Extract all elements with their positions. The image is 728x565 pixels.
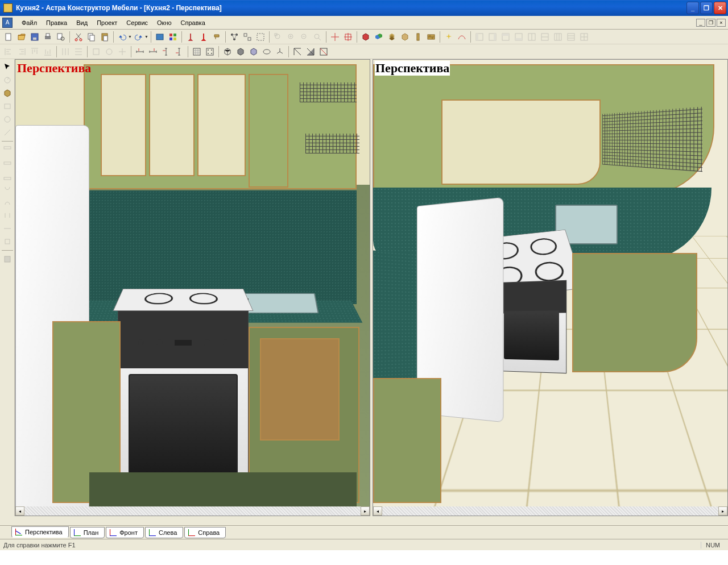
- crosshair-box-icon[interactable]: [342, 31, 354, 43]
- tab-right[interactable]: Справа: [184, 527, 226, 538]
- align-t-icon[interactable]: [28, 45, 41, 58]
- screw-icon[interactable]: [184, 31, 197, 43]
- scroll-right-button[interactable]: ▸: [361, 506, 370, 516]
- undo-dropdown[interactable]: ▼: [128, 35, 132, 39]
- iso-d-icon[interactable]: [260, 45, 273, 58]
- mdi-close-button[interactable]: ×: [717, 19, 726, 27]
- snap-c-icon[interactable]: [116, 45, 129, 58]
- vtool-e-icon[interactable]: [1, 196, 14, 209]
- menu-edit[interactable]: Правка: [42, 18, 72, 28]
- panel-e-icon[interactable]: [526, 31, 538, 43]
- menu-service[interactable]: Сервис: [122, 18, 152, 28]
- tab-plan[interactable]: План: [70, 527, 105, 538]
- iso-e-icon[interactable]: [274, 45, 286, 58]
- vtool-g-icon[interactable]: [1, 222, 14, 235]
- box-layers-icon[interactable]: [386, 31, 398, 43]
- pointer-icon[interactable]: [1, 61, 14, 73]
- close-button[interactable]: ✕: [714, 2, 726, 14]
- vtool-i-icon[interactable]: [1, 253, 14, 265]
- redo-dropdown[interactable]: ▼: [144, 35, 148, 39]
- redo-icon[interactable]: [133, 31, 145, 43]
- dim-b-icon[interactable]: [147, 45, 159, 58]
- viewport-right-scrollbar[interactable]: ◂ ▸: [373, 506, 727, 516]
- shade-b-icon[interactable]: [304, 45, 317, 58]
- screw-red-icon[interactable]: [197, 31, 210, 43]
- panel-c-icon[interactable]: [499, 31, 512, 43]
- dim-c-icon[interactable]: [160, 45, 172, 58]
- iso-c-icon[interactable]: [247, 45, 260, 58]
- align-r-icon[interactable]: [15, 45, 28, 58]
- crosshair-icon[interactable]: [329, 31, 341, 43]
- scroll-left-button[interactable]: ◂: [373, 506, 382, 516]
- regroup-icon[interactable]: [254, 31, 267, 43]
- align-b-icon[interactable]: [42, 45, 54, 58]
- viewport-left-scrollbar[interactable]: ◂ ▸: [15, 506, 370, 516]
- snap-a-icon[interactable]: [90, 45, 102, 58]
- box-multi-icon[interactable]: [373, 31, 385, 43]
- path-icon[interactable]: [456, 31, 468, 43]
- tab-perspective[interactable]: Перспектива: [11, 526, 69, 538]
- wall-icon[interactable]: [425, 31, 437, 43]
- grid-a-icon[interactable]: [191, 45, 203, 58]
- tab-left[interactable]: Слева: [145, 527, 183, 538]
- vtool-a-icon[interactable]: [1, 144, 14, 156]
- panel-a-icon[interactable]: [473, 31, 486, 43]
- iso-a-icon[interactable]: [221, 45, 234, 58]
- scroll-right-button[interactable]: ▸: [718, 506, 727, 516]
- tab-front[interactable]: Фронт: [106, 527, 144, 538]
- dist-h-icon[interactable]: [59, 45, 72, 58]
- menu-file[interactable]: Файл: [17, 18, 42, 28]
- line-icon[interactable]: [1, 126, 14, 139]
- menu-view[interactable]: Вид: [72, 18, 92, 28]
- minimize-button[interactable]: _: [686, 2, 699, 14]
- zoom-extent-icon[interactable]: [311, 31, 324, 43]
- color-icon[interactable]: [167, 31, 179, 43]
- open-icon[interactable]: [15, 31, 28, 43]
- copy-icon[interactable]: [85, 31, 98, 43]
- zoom-out-icon[interactable]: [298, 31, 311, 43]
- sparkle-icon[interactable]: [442, 31, 455, 43]
- dist-v-icon[interactable]: [72, 45, 85, 58]
- rect-icon[interactable]: [1, 100, 14, 113]
- group-icon[interactable]: [228, 31, 241, 43]
- iso-b-icon[interactable]: [234, 45, 247, 58]
- rotate-view-icon[interactable]: [1, 74, 14, 86]
- box-red-icon[interactable]: [359, 31, 372, 43]
- vtool-b-icon[interactable]: [1, 157, 14, 169]
- shade-a-icon[interactable]: [291, 45, 304, 58]
- print-icon[interactable]: [42, 31, 54, 43]
- align-l-icon[interactable]: [2, 45, 15, 58]
- menu-help[interactable]: Справка: [176, 18, 210, 28]
- vtool-f-icon[interactable]: [1, 209, 14, 222]
- dim-d-icon[interactable]: [173, 45, 185, 58]
- zoom-in-icon[interactable]: [285, 31, 297, 43]
- viewport-left[interactable]: Перспектива: [15, 59, 370, 516]
- vtool-h-icon[interactable]: [1, 235, 14, 248]
- undo-icon[interactable]: [116, 31, 129, 43]
- snap-b-icon[interactable]: [103, 45, 115, 58]
- maximize-button[interactable]: ❐: [700, 2, 713, 14]
- panel-g-icon[interactable]: [552, 31, 564, 43]
- scroll-left-button[interactable]: ◂: [15, 506, 24, 516]
- save-icon[interactable]: [28, 31, 41, 43]
- viewport-right[interactable]: Перспектива: [373, 59, 728, 516]
- panel-i-icon[interactable]: [578, 31, 590, 43]
- menu-window[interactable]: Окно: [152, 18, 176, 28]
- print-preview-icon[interactable]: [55, 31, 67, 43]
- shade-c-icon[interactable]: [317, 45, 330, 58]
- ungroup-icon[interactable]: [241, 31, 254, 43]
- pillar-icon[interactable]: [412, 31, 424, 43]
- paste-icon[interactable]: [98, 31, 111, 43]
- cut-icon[interactable]: [72, 31, 85, 43]
- vtool-c-icon[interactable]: [1, 170, 14, 182]
- panel-f-icon[interactable]: [539, 31, 551, 43]
- circle-icon[interactable]: [1, 113, 14, 126]
- hanger-icon[interactable]: [210, 31, 223, 43]
- panel-b-icon[interactable]: [486, 31, 499, 43]
- grid-b-icon[interactable]: [204, 45, 216, 58]
- box-tan-icon[interactable]: [399, 31, 411, 43]
- layers-icon[interactable]: [154, 31, 166, 43]
- vtool-d-icon[interactable]: [1, 183, 14, 196]
- mdi-restore-button[interactable]: ❐: [706, 19, 715, 27]
- zoom-window-icon[interactable]: [272, 31, 284, 43]
